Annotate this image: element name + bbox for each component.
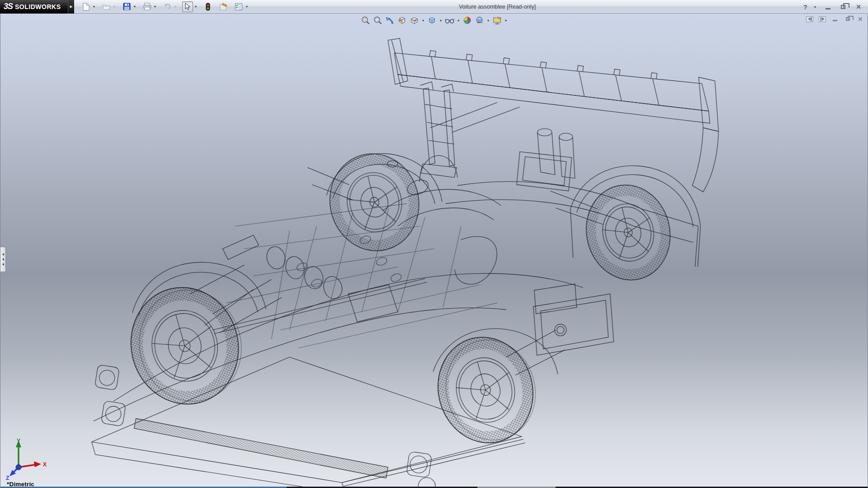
display-style-icon bbox=[428, 16, 437, 25]
select-cursor-icon bbox=[184, 3, 191, 10]
minimize-document-button[interactable] bbox=[830, 15, 840, 23]
select-cursor-button[interactable] bbox=[182, 1, 193, 12]
restore-icon bbox=[841, 5, 845, 9]
previous-pane-button[interactable] bbox=[805, 15, 814, 23]
model-wireframe-race-car[interactable] bbox=[0, 14, 868, 488]
hide-show-items-button[interactable] bbox=[444, 15, 455, 25]
design-checker-dropdown[interactable]: ▼ bbox=[245, 5, 249, 8]
apply-scene-icon bbox=[475, 16, 484, 25]
zoom-to-area-icon bbox=[373, 16, 382, 25]
brand-name: SOLIDWORKS bbox=[15, 3, 61, 10]
restore-button[interactable] bbox=[838, 3, 848, 11]
section-view-icon bbox=[398, 16, 407, 25]
save-icon bbox=[123, 3, 131, 10]
main-toolbar: ▼ ▼ ▼ bbox=[80, 1, 249, 12]
next-pane-icon bbox=[819, 16, 826, 22]
title-bar: 3S SOLIDWORKS ▶ ▼ ▼ bbox=[0, 0, 868, 14]
print-dropdown[interactable]: ▼ bbox=[153, 5, 157, 8]
close-document-icon: ✕ bbox=[858, 16, 863, 22]
close-icon: ✕ bbox=[856, 4, 861, 10]
headsup-view-toolbar: ▼ ▼ ▼ bbox=[360, 15, 508, 25]
close-button[interactable]: ✕ bbox=[854, 3, 863, 11]
restore-document-icon bbox=[846, 17, 850, 21]
triad-z-label: Z bbox=[6, 475, 9, 481]
orientation-triad: Y X Z bbox=[5, 437, 47, 481]
view-settings-button[interactable] bbox=[492, 15, 503, 25]
open-dropdown[interactable]: ▼ bbox=[112, 5, 117, 8]
restore-document-button[interactable] bbox=[843, 15, 852, 23]
triad-x-label: X bbox=[43, 461, 47, 468]
design-checker-button[interactable] bbox=[233, 1, 244, 12]
design-binder-button[interactable] bbox=[218, 1, 229, 12]
open-folder-icon bbox=[102, 3, 111, 10]
view-orientation-button[interactable] bbox=[409, 15, 420, 25]
window-controls: ? ▼ ✕ bbox=[803, 0, 863, 14]
display-style-dropdown[interactable]: ▼ bbox=[439, 19, 443, 22]
graphics-viewport[interactable]: ▼ ▼ ▼ bbox=[0, 14, 868, 488]
view-orientation-icon bbox=[410, 16, 419, 25]
rebuild-traffic-light-icon bbox=[206, 3, 210, 11]
help-button[interactable]: ? bbox=[803, 3, 807, 11]
zoom-to-fit-icon bbox=[361, 16, 370, 25]
edit-appearance-button[interactable] bbox=[462, 15, 473, 25]
undo-dropdown[interactable]: ▼ bbox=[173, 5, 178, 8]
rebuild-traffic-light-button[interactable] bbox=[203, 1, 213, 12]
document-window-controls: ✕ bbox=[805, 15, 865, 23]
hide-show-items-icon bbox=[445, 16, 455, 24]
view-settings-dropdown[interactable]: ▼ bbox=[504, 19, 508, 22]
view-orientation-dropdown[interactable]: ▼ bbox=[421, 19, 425, 22]
new-document-icon bbox=[82, 3, 90, 11]
print-icon bbox=[143, 3, 151, 10]
edit-appearance-icon bbox=[463, 16, 472, 25]
design-binder-icon bbox=[219, 3, 228, 11]
new-dropdown[interactable]: ▼ bbox=[92, 5, 96, 8]
print-button[interactable] bbox=[142, 1, 152, 12]
brand-mark: 3S bbox=[4, 2, 13, 11]
zoom-to-fit-button[interactable] bbox=[360, 15, 371, 25]
minimize-button[interactable] bbox=[823, 3, 833, 11]
next-pane-button[interactable] bbox=[818, 15, 827, 23]
solidworks-window: 3S SOLIDWORKS ▶ ▼ ▼ bbox=[0, 0, 868, 488]
solidworks-logo: 3S SOLIDWORKS bbox=[0, 0, 68, 14]
select-dropdown[interactable]: ▼ bbox=[193, 5, 198, 8]
apply-scene-dropdown[interactable]: ▼ bbox=[486, 19, 491, 22]
undo-icon bbox=[163, 3, 172, 10]
display-style-button[interactable] bbox=[427, 15, 438, 25]
feature-panel-collapse-tab[interactable] bbox=[0, 247, 6, 272]
section-view-button[interactable] bbox=[397, 15, 408, 25]
previous-view-button[interactable] bbox=[385, 15, 396, 25]
undo-button[interactable] bbox=[162, 1, 173, 12]
menu-expand-button[interactable]: ▶ bbox=[68, 0, 74, 14]
zoom-to-area-button[interactable] bbox=[373, 15, 383, 25]
triad-y-label: Y bbox=[17, 438, 20, 444]
help-dropdown[interactable]: ▼ bbox=[813, 5, 817, 9]
save-button[interactable] bbox=[121, 1, 132, 12]
apply-scene-button[interactable] bbox=[474, 15, 485, 25]
open-folder-button[interactable] bbox=[101, 1, 112, 12]
view-settings-icon bbox=[492, 16, 502, 25]
previous-pane-icon bbox=[806, 16, 813, 22]
hide-show-items-dropdown[interactable]: ▼ bbox=[457, 19, 461, 22]
minimize-document-icon bbox=[833, 20, 837, 21]
design-checker-icon bbox=[235, 3, 243, 11]
close-document-button[interactable]: ✕ bbox=[856, 15, 865, 23]
collapse-panel-arrows-icon bbox=[2, 253, 4, 256]
minimize-icon bbox=[826, 8, 830, 9]
new-document-button[interactable] bbox=[80, 1, 91, 12]
save-dropdown[interactable]: ▼ bbox=[132, 5, 137, 8]
previous-view-icon bbox=[386, 16, 395, 25]
